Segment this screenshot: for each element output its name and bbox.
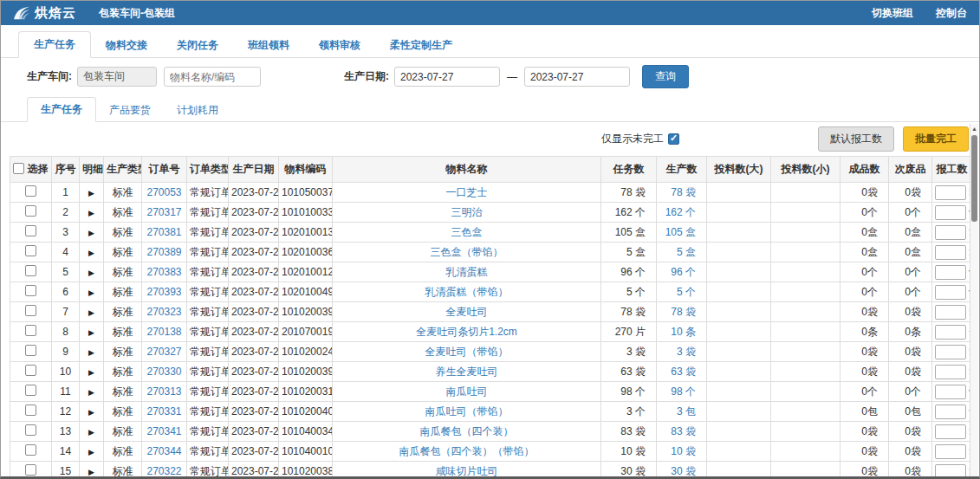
row-checkbox[interactable] [25, 345, 36, 356]
report-qty-input[interactable] [935, 305, 966, 320]
tab-requisition-review[interactable]: 领料审核 [304, 33, 375, 58]
expand-row-arrow-icon[interactable]: ▶ [88, 328, 94, 337]
row-checkbox[interactable] [25, 385, 36, 396]
table-scrollbar[interactable]: ▲ [970, 124, 978, 476]
row-checkbox[interactable] [25, 285, 36, 296]
tab-team-requisition[interactable]: 班组领料 [233, 33, 304, 58]
report-qty-input[interactable] [935, 245, 966, 260]
row-checkbox[interactable] [25, 464, 36, 476]
expand-row-arrow-icon[interactable]: ▶ [88, 348, 94, 357]
order-no-link[interactable]: 270138 [146, 326, 181, 338]
report-qty-input[interactable] [935, 405, 966, 419]
expand-row-arrow-icon[interactable]: ▶ [88, 209, 94, 217]
row-checkbox[interactable] [25, 444, 36, 456]
material-name-link[interactable]: 乳清蛋糕 [446, 266, 488, 278]
report-qty-input[interactable] [935, 185, 966, 200]
order-no-link[interactable]: 270327 [146, 346, 181, 358]
material-name-link[interactable]: 全麦吐司（带馅） [425, 346, 509, 358]
date-from-input[interactable] [394, 67, 500, 87]
only-unfinished-checkbox[interactable] [668, 133, 679, 145]
default-report-qty-button[interactable]: 默认报工数 [818, 126, 894, 152]
row-checkbox[interactable] [25, 305, 36, 316]
expand-row-arrow-icon[interactable]: ▶ [88, 468, 94, 476]
row-checkbox[interactable] [25, 185, 36, 197]
row-checkbox[interactable] [25, 245, 36, 256]
order-no-link[interactable]: 270322 [146, 465, 181, 477]
report-qty-input[interactable] [935, 265, 966, 280]
expand-row-arrow-icon[interactable]: ▶ [88, 249, 94, 257]
report-qty-input[interactable] [935, 205, 966, 220]
switch-team-link[interactable]: 切换班组 [872, 6, 913, 21]
subtab-product-demand[interactable]: 产品要货 [96, 99, 164, 122]
report-qty-input[interactable] [935, 225, 966, 240]
tab-production-tasks[interactable]: 生产任务 [18, 31, 91, 58]
order-no-link[interactable]: 270381 [146, 226, 181, 238]
date-to-input[interactable] [524, 67, 630, 87]
report-qty-input[interactable] [935, 365, 966, 379]
order-no-link[interactable]: 270341 [146, 425, 181, 437]
report-qty-input[interactable] [935, 444, 966, 459]
row-checkbox[interactable] [25, 205, 36, 217]
subtab-planned-consumption[interactable]: 计划耗用 [164, 99, 231, 122]
order-no-link[interactable]: 270389 [146, 246, 181, 258]
material-name-link[interactable]: 全麦吐司条切片1.2cm [416, 326, 517, 338]
material-name-link[interactable]: 三明治 [451, 206, 483, 218]
batch-finish-button[interactable]: 批量完工 [903, 126, 969, 152]
order-no-link[interactable]: 270323 [146, 306, 181, 318]
material-name-link[interactable]: 三色盒（带馅） [431, 246, 503, 258]
order-no-link[interactable]: 270053 [146, 186, 181, 198]
select-all-checkbox[interactable] [13, 163, 24, 174]
order-no-link[interactable]: 270344 [146, 445, 181, 457]
expand-row-arrow-icon[interactable]: ▶ [88, 229, 94, 237]
material-name-link[interactable]: 南瓜吐司 [446, 385, 488, 398]
row-checkbox[interactable] [25, 225, 36, 236]
header-material-name: 物料名称 [333, 157, 601, 183]
material-name-link[interactable]: 南瓜吐司（带馅） [425, 405, 509, 418]
order-no-link[interactable]: 270393 [146, 286, 181, 298]
expand-row-arrow-icon[interactable]: ▶ [88, 308, 94, 317]
order-no-link[interactable]: 270331 [146, 405, 181, 418]
scrollbar-up-arrow[interactable]: ▲ [970, 124, 978, 134]
report-qty-input[interactable] [935, 325, 966, 340]
report-qty-input[interactable] [935, 424, 966, 439]
only-unfinished-toggle[interactable]: 仅显示未完工 [601, 132, 679, 146]
expand-row-arrow-icon[interactable]: ▶ [88, 428, 94, 437]
material-name-link[interactable]: 乳清蛋糕（带馅） [425, 286, 509, 298]
material-name-link[interactable]: 南瓜餐包（四个装） [420, 425, 514, 437]
expand-row-arrow-icon[interactable]: ▶ [88, 448, 94, 456]
material-name-link[interactable]: 三色盒 [451, 226, 483, 238]
expand-row-arrow-icon[interactable]: ▶ [88, 269, 94, 277]
report-qty-input[interactable] [935, 285, 966, 300]
order-no-link[interactable]: 270383 [146, 266, 181, 278]
subtab-production-tasks[interactable]: 生产任务 [27, 97, 96, 122]
report-qty-input[interactable] [935, 464, 966, 479]
scrollbar-thumb[interactable] [971, 135, 977, 222]
search-button[interactable]: 查询 [642, 65, 689, 88]
row-checkbox[interactable] [25, 405, 36, 416]
expand-row-arrow-icon[interactable]: ▶ [88, 408, 94, 417]
material-search-input[interactable] [164, 67, 261, 87]
row-checkbox[interactable] [25, 265, 36, 276]
expand-row-arrow-icon[interactable]: ▶ [88, 189, 94, 197]
material-name-link[interactable]: 咸味切片吐司 [436, 465, 498, 477]
order-no-link[interactable]: 270313 [146, 385, 181, 398]
tab-closed-tasks[interactable]: 关闭任务 [162, 33, 233, 58]
order-no-link[interactable]: 270317 [146, 206, 181, 218]
expand-row-arrow-icon[interactable]: ▶ [88, 368, 94, 377]
material-name-link[interactable]: 南瓜餐包（四个装）（带馅） [399, 445, 535, 457]
order-no-link[interactable]: 270330 [146, 366, 181, 378]
report-qty-input[interactable] [935, 385, 966, 399]
tab-material-handover[interactable]: 物料交接 [91, 33, 162, 58]
header-defect-qty: 次废品 [889, 157, 932, 183]
report-qty-input[interactable] [935, 345, 966, 359]
material-name-link[interactable]: 一口芝士 [446, 186, 488, 198]
row-checkbox[interactable] [25, 365, 36, 376]
tab-flexible-production[interactable]: 柔性定制生产 [375, 33, 467, 58]
console-link[interactable]: 控制台 [936, 6, 967, 21]
material-name-link[interactable]: 全麦吐司 [446, 306, 488, 318]
row-checkbox[interactable] [25, 424, 36, 436]
expand-row-arrow-icon[interactable]: ▶ [88, 388, 94, 397]
material-name-link[interactable]: 养生全麦吐司 [436, 366, 498, 378]
expand-row-arrow-icon[interactable]: ▶ [88, 288, 94, 297]
row-checkbox[interactable] [25, 325, 36, 336]
